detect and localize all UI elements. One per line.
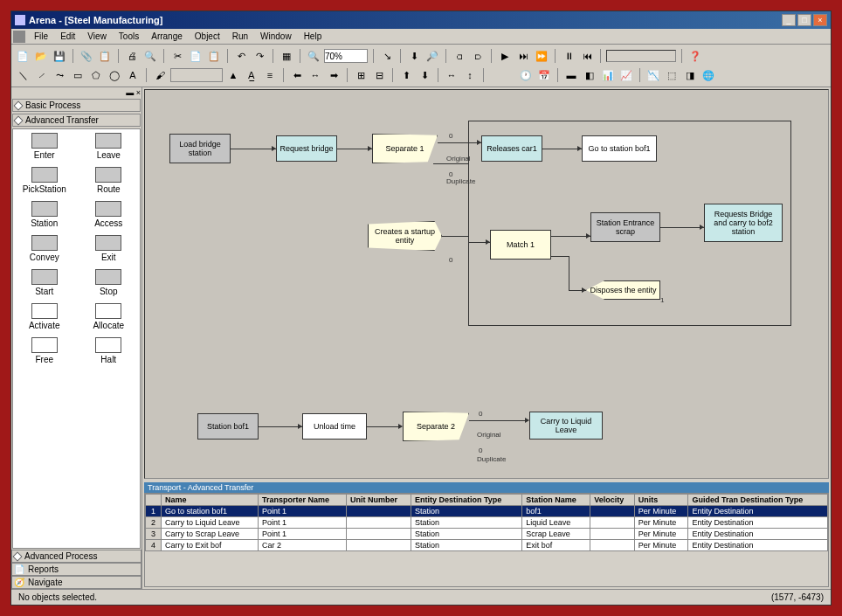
grid-cell[interactable]: Station: [411, 540, 521, 551]
chart-level-icon[interactable]: ◧: [582, 67, 597, 83]
grid-cell[interactable]: Point 1: [259, 529, 347, 540]
module-match1[interactable]: Match 1: [490, 230, 551, 260]
grid-cell[interactable]: [347, 517, 411, 529]
menu-edit[interactable]: Edit: [55, 31, 80, 42]
palette-item-convey[interactable]: Convey: [17, 235, 72, 262]
find-icon[interactable]: 🔎: [424, 48, 440, 64]
run-pause-icon[interactable]: ⏸: [561, 48, 576, 64]
maximize-button[interactable]: □: [797, 14, 811, 26]
brush-combo[interactable]: [170, 68, 223, 82]
palette-item-activate[interactable]: Activate: [17, 303, 72, 330]
front-icon[interactable]: ⬆: [398, 67, 414, 83]
chart-hist-icon[interactable]: 📊: [600, 67, 616, 83]
grid-col[interactable]: Guided Tran Destination Type: [688, 495, 828, 506]
grid-cell[interactable]: Entity Destination: [688, 517, 828, 529]
grid-cell[interactable]: Carry to Scrap Leave: [162, 529, 259, 540]
palette-item-start[interactable]: Start: [17, 269, 72, 296]
close-button[interactable]: ×: [813, 14, 827, 26]
sidebar-header-advanced[interactable]: Advanced Transfer: [12, 114, 141, 127]
grid-cell[interactable]: Per Minute: [634, 506, 688, 517]
table-row[interactable]: 2Carry to Liquid LeavePoint 1StationLiqu…: [146, 517, 828, 529]
module-carry-liquid[interactable]: Carry to Liquid Leave: [529, 412, 603, 440]
palette-item-exit[interactable]: Exit: [81, 235, 137, 262]
palette-item-pickstation[interactable]: PickStation: [17, 167, 72, 194]
zoom-icon[interactable]: 🔍: [306, 48, 321, 64]
new-icon[interactable]: 📄: [15, 48, 31, 64]
cut-icon[interactable]: ✂: [169, 48, 185, 64]
sidebar-navigate[interactable]: 🧭Navigate: [11, 576, 141, 589]
chart-queue-icon[interactable]: ⬚: [664, 67, 680, 83]
save-icon[interactable]: 💾: [52, 48, 67, 64]
palette-item-halt[interactable]: Halt: [81, 337, 137, 364]
ungroup-icon[interactable]: ⊟: [371, 67, 387, 83]
module-releases-car1[interactable]: Releases car1: [481, 135, 542, 162]
align-right-icon[interactable]: ➡: [326, 67, 342, 83]
palette-item-allocate[interactable]: Allocate: [81, 303, 137, 330]
template-icon[interactable]: 📋: [97, 48, 113, 64]
grid-cell[interactable]: Per Minute: [634, 517, 688, 529]
grid-cell[interactable]: Carry to Liquid Leave: [162, 517, 259, 529]
run-step-icon[interactable]: ⏭: [515, 48, 531, 64]
module-request-bridge2[interactable]: Requests Bridge and carry to bof2 statio…: [704, 204, 783, 242]
grid-col[interactable]: Transporter Name: [259, 495, 347, 506]
paste-icon[interactable]: 📋: [206, 48, 222, 64]
grid-cell[interactable]: [347, 529, 411, 540]
sidebar-header-basic[interactable]: Basic Process: [12, 99, 141, 112]
split-icon[interactable]: ⫏: [452, 48, 467, 64]
undo-icon[interactable]: ↶: [233, 48, 249, 64]
arc-icon[interactable]: ⟋: [33, 67, 49, 83]
grid-cell[interactable]: bof1: [522, 506, 590, 517]
grid-cell[interactable]: Go to station bof1: [162, 506, 259, 517]
palette-item-access[interactable]: Access: [81, 201, 137, 228]
rect-icon[interactable]: ▭: [70, 67, 86, 83]
menu-tools[interactable]: Tools: [114, 31, 144, 42]
text-icon[interactable]: A: [125, 67, 141, 83]
ellipse-icon[interactable]: ◯: [107, 67, 122, 83]
palette-item-enter[interactable]: Enter: [17, 133, 72, 160]
menu-window[interactable]: Window: [255, 31, 297, 42]
palette-item-leave[interactable]: Leave: [81, 133, 137, 160]
grid-cell[interactable]: Liquid Leave: [522, 517, 590, 529]
grid-cell[interactable]: Carry to Exit bof: [162, 540, 259, 551]
grid-cell[interactable]: Station: [411, 529, 521, 540]
back-icon[interactable]: ⬇: [417, 67, 432, 83]
module-request-bridge[interactable]: Request bridge: [276, 135, 337, 162]
polyline-icon[interactable]: ⤳: [52, 67, 67, 83]
chart-global-icon[interactable]: 🌐: [701, 67, 716, 83]
grid-cell[interactable]: Exit bof: [522, 540, 590, 551]
redo-icon[interactable]: ↷: [252, 48, 267, 64]
align-center-icon[interactable]: ↔: [307, 67, 323, 83]
grid-cell[interactable]: Station: [411, 506, 521, 517]
chart-anim-icon[interactable]: 📉: [645, 67, 661, 83]
grid-cell[interactable]: Station: [411, 517, 521, 529]
zoom-input[interactable]: [324, 49, 368, 63]
sidebar-reports[interactable]: 📄Reports: [11, 563, 141, 576]
flip-h-icon[interactable]: ↔: [444, 67, 459, 83]
palette-item-station[interactable]: Station: [17, 201, 72, 228]
brush-icon[interactable]: 🖌: [152, 67, 168, 83]
merge-icon[interactable]: ⫐: [470, 48, 486, 64]
grid-cell[interactable]: Car 2: [259, 540, 347, 551]
grid-icon[interactable]: ▦: [279, 48, 294, 64]
grid-cell[interactable]: [590, 540, 635, 551]
chart-clock-icon[interactable]: 🕐: [518, 67, 534, 83]
palette-item-free[interactable]: Free: [17, 337, 72, 364]
grid-col[interactable]: Units: [634, 495, 688, 506]
menu-help[interactable]: Help: [299, 31, 328, 42]
linecolor-icon[interactable]: A̲: [244, 67, 259, 83]
preview-icon[interactable]: 🔍: [142, 48, 158, 64]
chart-resource-icon[interactable]: ◨: [682, 67, 698, 83]
table-row[interactable]: 4Carry to Exit bofCar 2StationExit bofPe…: [146, 540, 828, 551]
table-row[interactable]: 3Carry to Scrap LeavePoint 1StationScrap…: [146, 529, 828, 540]
run-end-icon[interactable]: ⏩: [534, 48, 549, 64]
connect-icon[interactable]: ↘: [379, 48, 395, 64]
grid-col[interactable]: Velocity: [590, 495, 635, 506]
grid-cell[interactable]: [590, 529, 635, 540]
align-left-icon[interactable]: ⬅: [289, 67, 305, 83]
titlebar[interactable]: Arena - [Steel Manufacturing] _ □ ×: [11, 11, 831, 29]
menu-view[interactable]: View: [82, 31, 112, 42]
module-goto-bof1[interactable]: Go to station bof1: [582, 135, 657, 162]
lineweight-icon[interactable]: ≡: [262, 67, 278, 83]
run-rewind-icon[interactable]: ⏮: [579, 48, 595, 64]
menu-arrange[interactable]: Arrange: [146, 31, 188, 42]
